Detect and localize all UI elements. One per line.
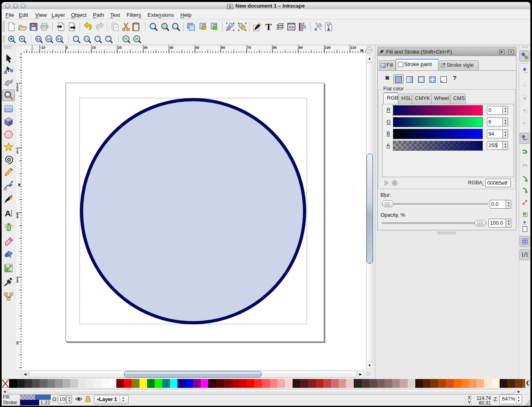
svg-text:1:2: 1:2 <box>47 38 51 40</box>
svg-text:1:1: 1:1 <box>36 38 40 40</box>
svg-text:<>: <> <box>289 25 294 30</box>
svg-text:2:1: 2:1 <box>57 38 61 40</box>
svg-text:T: T <box>265 22 272 32</box>
svg-text:A: A <box>4 208 10 217</box>
